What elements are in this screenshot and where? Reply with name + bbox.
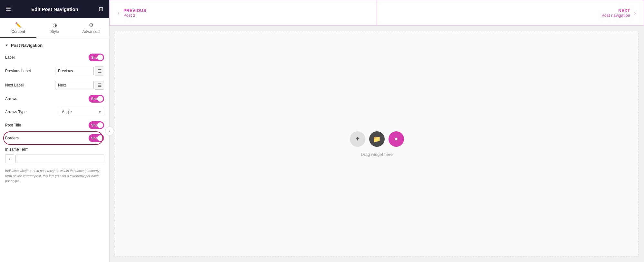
label-row: Label Show	[0, 51, 109, 64]
previous-label-input[interactable]	[55, 67, 94, 75]
borders-toggle[interactable]: Show	[89, 134, 104, 142]
tab-style-label: Style	[50, 29, 59, 34]
tab-advanced[interactable]: ⚙ Advanced	[73, 18, 109, 38]
arrows-type-row: Arrows Type Angle Arrow Chevron ▼	[0, 105, 109, 119]
tabs-row: ✏️ Content ◑ Style ⚙ Advanced	[0, 18, 109, 38]
in-same-term-section: In same Term +	[0, 145, 109, 166]
post-title-field-label: Post Title	[5, 123, 21, 127]
borders-field-label: Borders	[5, 136, 19, 140]
add-widget-btn[interactable]: +	[350, 131, 365, 147]
arrows-toggle-wrapper: Show	[89, 95, 104, 103]
post-title-toggle-text: Show	[91, 123, 101, 127]
gear-icon: ⚙	[89, 22, 93, 28]
label-toggle-text: Show	[91, 55, 101, 59]
arrows-type-label: Arrows Type	[5, 110, 26, 114]
arrows-type-select-wrapper: Angle Arrow Chevron ▼	[59, 108, 104, 116]
collapse-sidebar-btn[interactable]: ‹	[105, 126, 114, 136]
pencil-icon: ✏️	[15, 22, 22, 28]
post-title-toggle[interactable]: Show	[89, 121, 104, 129]
post-title-row: Post Title Show	[0, 119, 109, 132]
post-title-toggle-wrapper: Show	[89, 121, 104, 129]
borders-toggle-wrapper: Show	[89, 134, 104, 142]
borders-toggle-text: Show	[91, 136, 101, 140]
widget-actions: + 📁 ✦	[350, 131, 404, 147]
taxonomy-add-row: +	[5, 154, 104, 163]
next-label-label: Next Label	[5, 83, 24, 87]
style-icon: ◑	[53, 22, 57, 28]
widget-drop-zone: + 📁 ✦ Drag widget here	[350, 131, 404, 157]
section-arrow[interactable]: ▼	[5, 44, 8, 47]
tab-style[interactable]: ◑ Style	[36, 18, 73, 38]
widget-area: + 📁 ✦ Drag widget here	[115, 31, 639, 257]
next-label-icon-btn[interactable]: ☰	[95, 81, 104, 90]
section-header: ▼ Post Navigation	[0, 38, 109, 51]
next-label-input-wrapper: ☰	[55, 81, 104, 90]
taxonomy-input[interactable]	[15, 155, 104, 163]
previous-label-label: Previous Label	[5, 69, 31, 73]
ai-widget-btn[interactable]: ✦	[389, 131, 404, 147]
folder-widget-btn[interactable]: 📁	[369, 131, 385, 147]
next-arrow-icon: ›	[634, 10, 636, 16]
post-nav-prev: ‹ PREVIOUS Post 2	[110, 0, 377, 25]
label-toggle-wrapper: Show	[89, 54, 104, 61]
prev-direction-label: PREVIOUS	[123, 8, 146, 13]
sidebar: ☰ Edit Post Navigation ⊞ ✏️ Content ◑ St…	[0, 0, 110, 262]
next-direction-label: NEXT	[618, 8, 630, 13]
borders-row: Borders Show	[0, 132, 109, 145]
prev-post-title: Post 2	[123, 13, 146, 18]
tab-content-label: Content	[11, 29, 25, 34]
arrows-toggle[interactable]: Show	[89, 95, 104, 103]
previous-label-row: Previous Label ☰	[0, 64, 109, 78]
main-content: ‹ PREVIOUS Post 2 NEXT Post navigation ›…	[110, 0, 644, 262]
drag-widget-text: Drag widget here	[361, 152, 393, 157]
arrows-row: Arrows Show	[0, 92, 109, 105]
tab-content[interactable]: ✏️ Content	[0, 18, 36, 38]
sidebar-title: Edit Post Navigation	[31, 6, 78, 12]
next-label-input[interactable]	[55, 81, 94, 89]
hamburger-icon[interactable]: ☰	[6, 5, 11, 13]
in-same-term-label: In same Term	[5, 147, 104, 152]
section-title: Post Navigation	[11, 43, 43, 48]
previous-label-icon-btn[interactable]: ☰	[95, 66, 104, 76]
prev-arrow-icon: ‹	[118, 10, 120, 16]
prev-nav-content: PREVIOUS Post 2	[123, 8, 146, 18]
sidebar-content: ▼ Post Navigation Label Show Previous La…	[0, 38, 109, 262]
previous-label-input-wrapper: ☰	[55, 66, 104, 76]
post-nav-bar: ‹ PREVIOUS Post 2 NEXT Post navigation ›	[110, 0, 644, 26]
tab-advanced-label: Advanced	[82, 29, 100, 34]
taxonomy-add-btn[interactable]: +	[5, 154, 14, 163]
arrows-type-select[interactable]: Angle Arrow Chevron	[59, 108, 104, 116]
next-label-row: Next Label ☰	[0, 78, 109, 92]
grid-icon[interactable]: ⊞	[99, 5, 103, 13]
helper-text: Indicates whether next post must be with…	[0, 166, 109, 187]
arrows-field-label: Arrows	[5, 96, 17, 101]
post-nav-next: NEXT Post navigation ›	[377, 0, 644, 25]
arrows-toggle-text: Show	[91, 97, 101, 101]
sidebar-header: ☰ Edit Post Navigation ⊞	[0, 0, 109, 18]
label-toggle[interactable]: Show	[89, 54, 104, 61]
next-post-title: Post navigation	[601, 13, 630, 18]
label-field-label: Label	[5, 55, 14, 60]
next-nav-content: NEXT Post navigation	[601, 8, 630, 18]
